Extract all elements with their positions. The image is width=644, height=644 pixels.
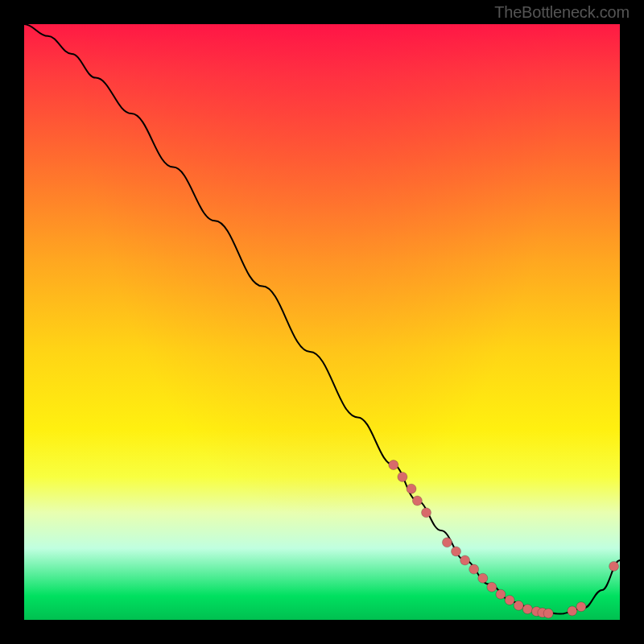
marker-dot	[522, 605, 532, 614]
marker-dot	[389, 460, 398, 470]
chart-svg	[24, 24, 620, 620]
marker-dot	[460, 555, 470, 565]
marker-dot	[407, 484, 416, 493]
marker-dot	[609, 561, 619, 571]
highlight-markers	[389, 460, 619, 618]
watermark-text: TheBottleneck.com	[494, 3, 630, 22]
chart-plot-area	[24, 24, 620, 620]
marker-dot	[576, 602, 586, 612]
curve-line	[24, 24, 620, 614]
marker-dot	[487, 582, 497, 592]
marker-dot	[543, 609, 553, 618]
marker-dot	[452, 547, 461, 556]
marker-dot	[496, 589, 506, 599]
marker-dot	[422, 508, 431, 518]
marker-dot	[505, 596, 514, 605]
marker-dot	[568, 606, 577, 616]
marker-dot	[412, 496, 422, 506]
marker-dot	[398, 472, 407, 481]
marker-dot	[514, 601, 523, 610]
marker-dot	[478, 573, 488, 583]
marker-dot	[442, 538, 452, 547]
marker-dot	[469, 564, 479, 574]
